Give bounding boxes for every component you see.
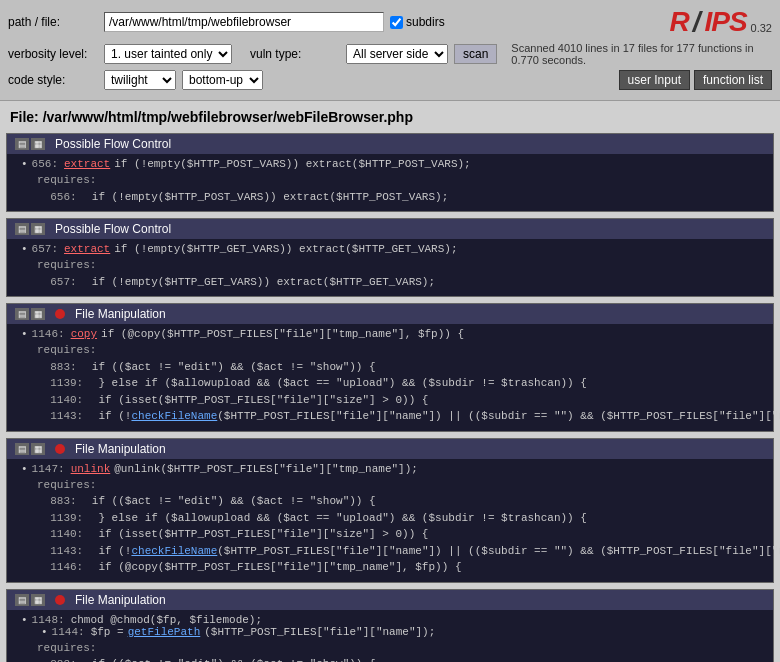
verbosity-label: verbosity level: — [8, 47, 98, 61]
code-area: • 1146: copy if (@copy($HTTP_POST_FILES[… — [7, 324, 773, 431]
result-block: ▤ ▦ File Manipulation • 1148: chmod @chm… — [6, 589, 774, 663]
result-block: ▤ ▦ Possible Flow Control • 657: extract… — [6, 218, 774, 297]
header-icons: ▤ ▦ — [15, 308, 45, 320]
code-area: • 657: extract if (!empty($HTTP_GET_VARS… — [7, 239, 773, 296]
checkfilename-link[interactable]: checkFileName — [131, 545, 217, 557]
subdirs-label: subdirs — [390, 15, 480, 29]
requires-section: requires: 883: if (($act != "edit") && (… — [37, 640, 763, 663]
scan-info: Scanned 4010 lines in 17 files for 177 f… — [511, 42, 772, 66]
requires-section: requires: 657: if (!empty($HTTP_GET_VARS… — [37, 257, 763, 290]
function-list-button[interactable]: function list — [694, 70, 772, 90]
path-label: path / file: — [8, 15, 98, 29]
icon-box-2: ▦ — [31, 594, 45, 606]
header-icons: ▤ ▦ — [15, 223, 45, 235]
logo-area: R/IPS 0.32 — [669, 6, 772, 38]
icon-box-2: ▦ — [31, 443, 45, 455]
code-area: • 656: extract if (!empty($HTTP_POST_VAR… — [7, 154, 773, 211]
header: path / file: subdirs R/IPS 0.32 verbosit… — [0, 0, 780, 101]
block-title: File Manipulation — [75, 593, 166, 607]
unlink-link[interactable]: unlink — [71, 463, 111, 475]
main-code-line: • 656: extract if (!empty($HTTP_POST_VAR… — [21, 158, 763, 170]
extract-link[interactable]: extract — [64, 158, 110, 170]
header-row-3: code style: twilight default monokai bot… — [8, 70, 772, 90]
icon-box-1: ▤ — [15, 138, 29, 150]
content-area: ▤ ▦ Possible Flow Control • 656: extract… — [0, 133, 780, 662]
block-title: File Manipulation — [75, 442, 166, 456]
path-input[interactable] — [104, 12, 384, 32]
requires-section: requires: 656: if (!empty($HTTP_POST_VAR… — [37, 172, 763, 205]
icon-box-1: ▤ — [15, 308, 29, 320]
result-header: ▤ ▦ Possible Flow Control — [7, 134, 773, 154]
red-dot-icon — [55, 595, 65, 605]
block-title: Possible Flow Control — [55, 222, 171, 236]
block-title: File Manipulation — [75, 307, 166, 321]
sub-code-line: • 1144: $fp = getFilePath ($HTTP_POST_FI… — [41, 626, 763, 638]
vuln-label: vuln type: — [250, 47, 340, 61]
direction-select[interactable]: bottom-up top-down — [182, 70, 263, 90]
result-block: ▤ ▦ Possible Flow Control • 656: extract… — [6, 133, 774, 212]
icon-box-1: ▤ — [15, 443, 29, 455]
icon-box-1: ▤ — [15, 223, 29, 235]
copy-link[interactable]: copy — [71, 328, 97, 340]
icon-box-2: ▦ — [31, 138, 45, 150]
main-code-line: • 657: extract if (!empty($HTTP_GET_VARS… — [21, 243, 763, 255]
logo-slash: / — [693, 6, 701, 38]
requires-section: requires: 883: if (($act != "edit") && (… — [37, 342, 763, 425]
action-buttons: user Input function list — [619, 70, 772, 90]
code-area: • 1147: unlink @unlink($HTTP_POST_FILES[… — [7, 459, 773, 582]
result-header: ▤ ▦ Possible Flow Control — [7, 219, 773, 239]
header-icons: ▤ ▦ — [15, 138, 45, 150]
red-dot-icon — [55, 309, 65, 319]
logo-version: 0.32 — [751, 22, 772, 34]
user-input-button[interactable]: user Input — [619, 70, 690, 90]
main-code-line: • 1148: chmod @chmod($fp, $filemode); — [21, 614, 763, 626]
header-icons: ▤ ▦ — [15, 594, 45, 606]
result-header: ▤ ▦ File Manipulation — [7, 304, 773, 324]
logo-r: R — [669, 6, 688, 38]
header-row-2: verbosity level: 1. user tainted only 2.… — [8, 42, 772, 66]
header-icons: ▤ ▦ — [15, 443, 45, 455]
result-header: ▤ ▦ File Manipulation — [7, 590, 773, 610]
extract-link[interactable]: extract — [64, 243, 110, 255]
main-code-line: • 1146: copy if (@copy($HTTP_POST_FILES[… — [21, 328, 763, 340]
scan-button[interactable]: scan — [454, 44, 497, 64]
red-dot-icon — [55, 444, 65, 454]
file-title: File: /var/www/html/tmp/webfilebrowser/w… — [0, 101, 780, 133]
icon-box-1: ▤ — [15, 594, 29, 606]
subdirs-checkbox[interactable] — [390, 16, 403, 29]
header-top-row: path / file: subdirs R/IPS 0.32 — [8, 6, 772, 38]
vuln-select[interactable]: All server side SQL Injection XSS File i… — [346, 44, 448, 64]
code-area: • 1148: chmod @chmod($fp, $filemode); • … — [7, 610, 773, 663]
icon-box-2: ▦ — [31, 223, 45, 235]
requires-section: requires: 883: if (($act != "edit") && (… — [37, 477, 763, 576]
icon-box-2: ▦ — [31, 308, 45, 320]
getfilepath-link[interactable]: getFilePath — [128, 626, 201, 638]
result-header: ▤ ▦ File Manipulation — [7, 439, 773, 459]
result-block: ▤ ▦ File Manipulation • 1146: copy if (@… — [6, 303, 774, 432]
code-style-select[interactable]: twilight default monokai — [104, 70, 176, 90]
result-block: ▤ ▦ File Manipulation • 1147: unlink @un… — [6, 438, 774, 583]
verbosity-select[interactable]: 1. user tainted only 2. all tainted 3. a… — [104, 44, 232, 64]
block-title: Possible Flow Control — [55, 137, 171, 151]
code-style-label: code style: — [8, 73, 98, 87]
main-code-line: • 1147: unlink @unlink($HTTP_POST_FILES[… — [21, 463, 763, 475]
checkfilename-link[interactable]: checkFileName — [131, 410, 217, 422]
logo-ips: IPS — [704, 6, 746, 38]
